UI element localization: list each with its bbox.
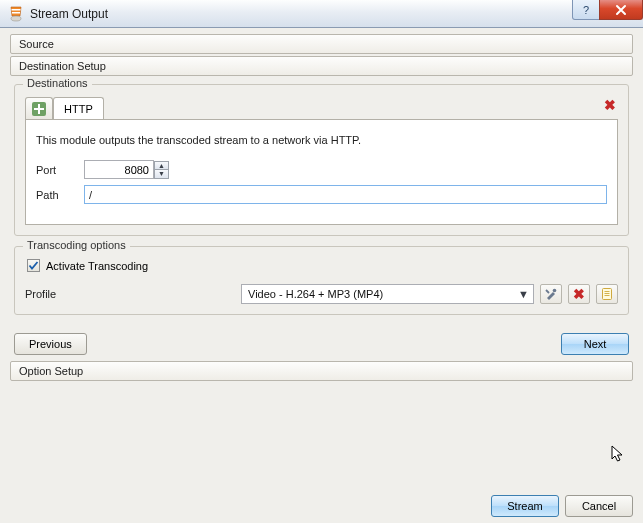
- destinations-group-title: Destinations: [23, 77, 92, 89]
- chevron-down-icon: ▼: [516, 286, 531, 302]
- http-description: This module outputs the transcoded strea…: [36, 134, 607, 146]
- cancel-button[interactable]: Cancel: [565, 495, 633, 517]
- http-tab-label: HTTP: [64, 103, 93, 115]
- profile-select[interactable]: Video - H.264 + MP3 (MP4) ▼: [241, 284, 534, 304]
- cancel-button-label: Cancel: [582, 500, 616, 512]
- previous-button[interactable]: Previous: [14, 333, 87, 355]
- port-input[interactable]: [84, 160, 154, 179]
- plus-icon: [32, 102, 46, 116]
- transcoding-group-title: Transcoding options: [23, 239, 130, 251]
- http-tab[interactable]: HTTP: [53, 97, 104, 119]
- destination-setup-label: Destination Setup: [19, 60, 106, 72]
- path-label: Path: [36, 189, 84, 201]
- port-step-down[interactable]: ▼: [154, 170, 169, 179]
- port-label: Port: [36, 164, 84, 176]
- edit-profile-button[interactable]: [540, 284, 562, 304]
- source-label: Source: [19, 38, 54, 50]
- svg-rect-1: [12, 9, 21, 11]
- svg-rect-6: [603, 289, 612, 300]
- activate-transcoding-checkbox[interactable]: [27, 259, 40, 272]
- svg-rect-2: [12, 12, 20, 14]
- previous-button-label: Previous: [29, 338, 72, 350]
- delete-profile-button[interactable]: ✖: [568, 284, 590, 304]
- tools-icon: [544, 287, 558, 301]
- delete-icon: ✖: [573, 286, 585, 302]
- port-step-up[interactable]: ▲: [154, 161, 169, 170]
- destinations-group: Destinations HTTP ✖ This module outputs …: [14, 84, 629, 236]
- option-setup-label: Option Setup: [19, 365, 83, 377]
- new-profile-button[interactable]: [596, 284, 618, 304]
- window-title: Stream Output: [30, 7, 108, 21]
- new-file-icon: [600, 287, 614, 301]
- option-setup-header[interactable]: Option Setup: [10, 361, 633, 381]
- transcoding-group: Transcoding options Activate Transcoding…: [14, 246, 629, 315]
- activate-transcoding-label: Activate Transcoding: [46, 260, 148, 272]
- help-button[interactable]: ?: [572, 0, 600, 20]
- profile-selected-value: Video - H.264 + MP3 (MP4): [248, 288, 516, 300]
- svg-marker-0: [11, 7, 21, 16]
- stream-button-label: Stream: [507, 500, 542, 512]
- stream-button[interactable]: Stream: [491, 495, 559, 517]
- next-button-label: Next: [584, 338, 607, 350]
- svg-text:?: ?: [583, 4, 589, 16]
- path-input[interactable]: [84, 185, 607, 204]
- cursor-icon: [611, 445, 625, 465]
- source-section-header[interactable]: Source: [10, 34, 633, 54]
- svg-point-5: [553, 289, 557, 293]
- next-button[interactable]: Next: [561, 333, 629, 355]
- profile-label: Profile: [25, 288, 235, 300]
- destination-setup-header[interactable]: Destination Setup: [10, 56, 633, 76]
- close-button[interactable]: [599, 0, 643, 20]
- http-tab-body: This module outputs the transcoded strea…: [25, 119, 618, 225]
- svg-point-3: [11, 16, 21, 21]
- remove-destination-icon[interactable]: ✖: [604, 97, 616, 113]
- app-icon: [8, 6, 24, 22]
- add-destination-tab[interactable]: [25, 97, 53, 119]
- titlebar: Stream Output ?: [0, 0, 643, 28]
- check-icon: [28, 260, 39, 271]
